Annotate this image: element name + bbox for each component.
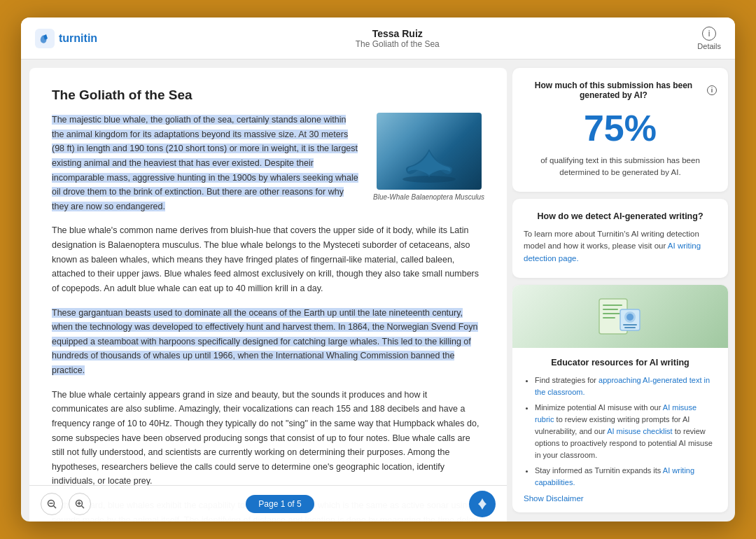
paragraph-3: These gargantuan beasts used to dominate…	[52, 306, 484, 378]
bottom-toolbar: Page 1 of 5	[29, 485, 507, 522]
paragraph-2: The blue whale's common name derives fro…	[52, 223, 484, 295]
svg-rect-12	[603, 313, 620, 314]
resources-content: Educator resources for AI writing Find s…	[512, 348, 728, 512]
resource-item-3: Stay informed as Turnitin expands its AI…	[535, 465, 717, 489]
resources-list: Find strategies for approaching AI-gener…	[524, 374, 717, 489]
turnitin-home-button[interactable]	[469, 491, 496, 517]
ai-percentage: 75%	[524, 107, 717, 149]
logo: turnitin	[35, 29, 97, 48]
turnitin-button-icon	[475, 496, 490, 512]
svg-rect-18	[624, 327, 636, 328]
resource-link-2b[interactable]: AI misuse checklist	[607, 427, 673, 435]
resources-title: Educator resources for AI writing	[524, 358, 717, 368]
ai-description: of qualifying text in this submission ha…	[524, 155, 717, 179]
header-document-title: The Goliath of the Sea	[356, 39, 440, 49]
ai-info-icon[interactable]: i	[707, 85, 717, 95]
svg-rect-10	[603, 304, 622, 306]
svg-rect-11	[603, 309, 618, 310]
header: turnitin Tessa Ruiz The Goliath of the S…	[21, 18, 735, 59]
image-caption: Blue-Whale Balaenoptera Musculus	[373, 193, 484, 201]
intro-highlighted: The majestic blue whale, the goliath of …	[52, 115, 358, 211]
page-indicator: Page 1 of 5	[246, 495, 314, 513]
zoom-in-icon	[75, 499, 85, 509]
document-title: The Goliath of the Sea	[52, 88, 484, 103]
intro-paragraph: The majestic blue whale, the goliath of …	[52, 113, 360, 214]
paragraph-4: The blue whale certainly appears grand i…	[52, 388, 484, 489]
ai-percentage-card: How much of this submission has been gen…	[512, 68, 728, 192]
zoom-in-button[interactable]	[69, 493, 91, 515]
doc-intro-section: The majestic blue whale, the goliath of …	[52, 113, 484, 214]
document-panel: The Goliath of the Sea The majestic blue…	[29, 68, 507, 522]
whale-tail-svg	[401, 146, 457, 184]
logo-text: turnitin	[59, 32, 97, 45]
svg-point-16	[626, 314, 634, 321]
whale-image	[377, 113, 482, 190]
main-content: The Goliath of the Sea The majestic blue…	[21, 59, 735, 522]
resource-item-2: Minimize potential AI misuse with our AI…	[535, 402, 717, 461]
paragraph-3-highlighted: These gargantuan beasts used to dominate…	[52, 308, 478, 376]
header-center: Tessa Ruiz The Goliath of the Sea	[356, 28, 440, 49]
details-button[interactable]: i Details	[697, 27, 721, 50]
turnitin-logo-icon	[35, 29, 55, 48]
detection-body: To learn more about Turnitin's AI writin…	[524, 228, 717, 265]
svg-line-3	[54, 505, 57, 508]
svg-rect-13	[603, 317, 615, 318]
svg-line-6	[82, 505, 85, 508]
right-panel[interactable]: How much of this submission has been gen…	[512, 59, 735, 522]
resource-item-1: Find strategies for approaching AI-gener…	[535, 374, 717, 398]
resources-card: Educator resources for AI writing Find s…	[512, 285, 728, 512]
show-disclaimer-button[interactable]: Show Disclaimer	[524, 494, 717, 503]
app-window: turnitin Tessa Ruiz The Goliath of the S…	[21, 18, 735, 522]
whale-image-container: Blue-Whale Balaenoptera Musculus	[373, 113, 484, 201]
svg-rect-17	[623, 324, 637, 326]
toolbar-zoom-controls	[41, 493, 91, 515]
ai-question: How much of this submission has been gen…	[524, 80, 717, 100]
resources-illustration	[512, 285, 728, 348]
detection-card: How do we detect AI-generated writing? T…	[512, 199, 728, 278]
zoom-out-button[interactable]	[41, 493, 63, 515]
detection-title: How do we detect AI-generated writing?	[524, 211, 717, 221]
header-username: Tessa Ruiz	[356, 28, 440, 39]
details-icon: i	[702, 27, 716, 41]
document-area[interactable]: The Goliath of the Sea The majestic blue…	[29, 68, 507, 522]
details-label: Details	[697, 42, 721, 50]
zoom-out-icon	[47, 499, 57, 509]
resources-svg	[592, 292, 648, 341]
